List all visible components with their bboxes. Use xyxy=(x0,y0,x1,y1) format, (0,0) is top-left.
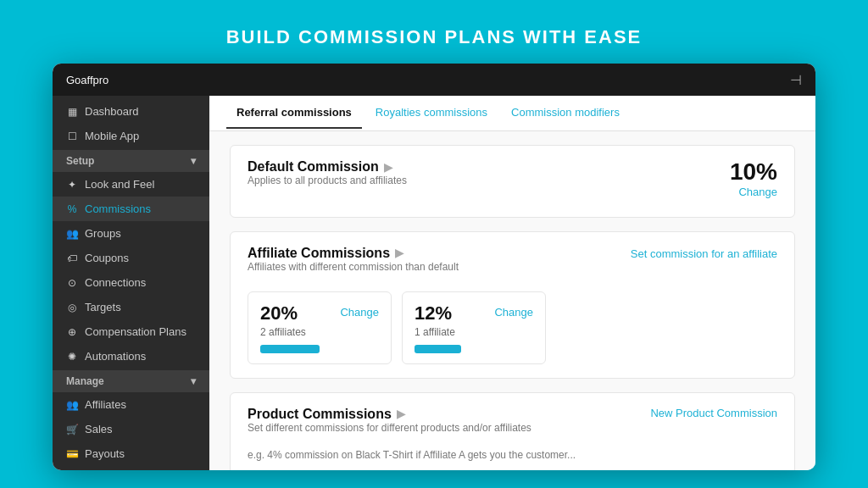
sidebar-label-compensation: Compensation Plans xyxy=(85,325,186,338)
dashboard-icon: ▦ xyxy=(66,106,78,118)
logout-icon[interactable]: ⊣ xyxy=(790,72,802,88)
look-feel-icon: ✦ xyxy=(66,179,78,191)
default-commission-header: Default Commission ▶ Applies to all prod… xyxy=(248,159,777,198)
product-commission-note: e.g. 4% commission on Black T-Shirt if A… xyxy=(248,449,777,461)
default-commission-value: 10% Change xyxy=(730,159,777,198)
sidebar: ▦ Dashboard ☐ Mobile App Setup ▾ ✦ Look … xyxy=(53,96,209,470)
video-icon-product: ▶ xyxy=(397,408,405,420)
sidebar-item-compensation[interactable]: ⊕ Compensation Plans xyxy=(53,319,209,344)
aff-card-2-percent: 12% xyxy=(415,302,452,324)
connections-icon: ⊙ xyxy=(66,277,78,289)
video-icon-affiliate: ▶ xyxy=(395,247,403,259)
compensation-icon: ⊕ xyxy=(66,326,78,338)
product-commissions-title: Product Commissions ▶ xyxy=(248,407,531,422)
commissions-icon: % xyxy=(66,203,78,215)
manage-label: Manage xyxy=(66,375,104,387)
setup-label: Setup xyxy=(66,155,94,167)
sidebar-label-commissions: Commissions xyxy=(85,202,151,215)
default-commission-change[interactable]: Change xyxy=(730,186,777,198)
groups-icon: 👥 xyxy=(66,228,78,240)
affiliate-commissions-info: Affiliate Commissions ▶ Affiliates with … xyxy=(248,246,459,283)
sidebar-item-coupons[interactable]: 🏷 Coupons xyxy=(53,246,209,270)
coupons-icon: 🏷 xyxy=(66,252,78,264)
set-commission-link[interactable]: Set commission for an affiliate xyxy=(631,247,777,260)
affiliate-commissions-header: Affiliate Commissions ▶ Affiliates with … xyxy=(248,246,777,283)
product-commissions-section: Product Commissions ▶ Set different comm… xyxy=(230,392,795,470)
sidebar-label-sales: Sales xyxy=(85,423,113,435)
aff-card-1-change[interactable]: Change xyxy=(340,306,379,319)
sales-icon: 🛒 xyxy=(66,424,78,435)
affiliate-commissions-section: Affiliate Commissions ▶ Affiliates with … xyxy=(230,231,795,379)
product-commissions-header: Product Commissions ▶ Set different comm… xyxy=(248,407,777,444)
sidebar-item-automations[interactable]: ✺ Automations xyxy=(53,344,209,369)
aff-card-1-header: 20% Change xyxy=(260,302,379,324)
sidebar-label-coupons: Coupons xyxy=(85,252,129,264)
titlebar: Goaffpro ⊣ xyxy=(53,64,815,96)
sidebar-item-targets[interactable]: ◎ Targets xyxy=(53,295,209,319)
video-icon-default: ▶ xyxy=(384,161,392,174)
sidebar-section-manage[interactable]: Manage ▾ xyxy=(53,370,209,392)
aff-card-1-percent: 20% xyxy=(260,302,298,324)
sidebar-label-affiliates: Affiliates xyxy=(85,398,126,411)
aff-card-2-change[interactable]: Change xyxy=(494,306,533,319)
aff-card-2-header: 12% Change xyxy=(415,302,533,324)
mobile-icon: ☐ xyxy=(66,130,78,142)
app-body: ▦ Dashboard ☐ Mobile App Setup ▾ ✦ Look … xyxy=(53,96,815,470)
sidebar-item-payouts[interactable]: 💳 Payouts xyxy=(53,441,209,466)
product-commissions-subtitle: Set different commissions for different … xyxy=(248,422,531,434)
payouts-icon: 💳 xyxy=(66,448,78,460)
sidebar-item-dashboard[interactable]: ▦ Dashboard xyxy=(53,99,209,124)
sidebar-label-payouts: Payouts xyxy=(85,447,125,460)
sidebar-label-targets: Targets xyxy=(85,301,121,313)
sidebar-item-connections[interactable]: ⊙ Connections xyxy=(53,270,209,295)
sidebar-label-groups: Groups xyxy=(85,227,121,240)
main-content: Referral commissions Royalties commissio… xyxy=(209,96,815,470)
browser-window: Goaffpro ⊣ ▦ Dashboard ☐ Mobile App Setu… xyxy=(53,64,815,470)
affiliate-cards: 20% Change 2 affiliates 12% Change xyxy=(248,291,777,364)
default-commission-percent: 10% xyxy=(730,159,777,186)
sidebar-item-groups[interactable]: 👥 Groups xyxy=(53,221,209,246)
sidebar-label-connections: Connections xyxy=(85,276,146,289)
sidebar-item-look-and-feel[interactable]: ✦ Look and Feel xyxy=(53,172,209,197)
default-commission-subtitle: Applies to all products and affiliates xyxy=(248,175,407,186)
aff-card-1-bar xyxy=(260,345,320,353)
affiliates-icon: 👥 xyxy=(66,399,78,411)
sidebar-item-affiliates[interactable]: 👥 Affiliates xyxy=(53,392,209,417)
sidebar-item-mobile-app[interactable]: ☐ Mobile App xyxy=(53,124,209,148)
targets-icon: ◎ xyxy=(66,302,78,313)
chevron-down-icon-manage: ▾ xyxy=(191,375,196,387)
aff-card-2-affiliates: 1 affiliate xyxy=(415,326,533,338)
new-product-commission-link[interactable]: New Product Commission xyxy=(650,407,777,419)
default-commission-info: Default Commission ▶ Applies to all prod… xyxy=(248,159,407,197)
tab-commission-modifiers[interactable]: Commission modifiers xyxy=(501,97,630,129)
sidebar-label-look-and-feel: Look and Feel xyxy=(85,178,154,191)
affiliate-card-2: 12% Change 1 affiliate xyxy=(402,291,546,364)
default-commission-title: Default Commission ▶ xyxy=(248,159,407,175)
sidebar-label-dashboard: Dashboard xyxy=(85,105,139,118)
tabs-bar: Referral commissions Royalties commissio… xyxy=(209,96,815,131)
tab-royalties-commissions[interactable]: Royalties commissions xyxy=(365,97,498,129)
sidebar-label-automations: Automations xyxy=(85,350,146,363)
aff-card-2-bar xyxy=(415,345,461,353)
sidebar-item-commissions[interactable]: % Commissions xyxy=(53,197,209,221)
sidebar-label-mobile-app: Mobile App xyxy=(85,130,139,142)
product-commissions-info: Product Commissions ▶ Set different comm… xyxy=(248,407,531,444)
page-headline: BUILD COMMISSION PLANS WITH EASE xyxy=(226,26,643,48)
aff-card-1-affiliates: 2 affiliates xyxy=(260,326,379,338)
automations-icon: ✺ xyxy=(66,351,78,363)
chevron-down-icon: ▾ xyxy=(191,155,196,167)
sidebar-section-setup[interactable]: Setup ▾ xyxy=(53,150,209,172)
tab-referral-commissions[interactable]: Referral commissions xyxy=(226,97,362,129)
content-body: Default Commission ▶ Applies to all prod… xyxy=(209,131,815,470)
default-commission-section: Default Commission ▶ Applies to all prod… xyxy=(230,145,795,218)
affiliate-commissions-title: Affiliate Commissions ▶ xyxy=(248,246,459,261)
app-name: Goaffpro xyxy=(66,74,108,86)
affiliate-card-1: 20% Change 2 affiliates xyxy=(248,291,392,364)
sidebar-item-sales[interactable]: 🛒 Sales xyxy=(53,417,209,441)
affiliate-commissions-subtitle: Affiliates with different commission tha… xyxy=(248,261,459,273)
